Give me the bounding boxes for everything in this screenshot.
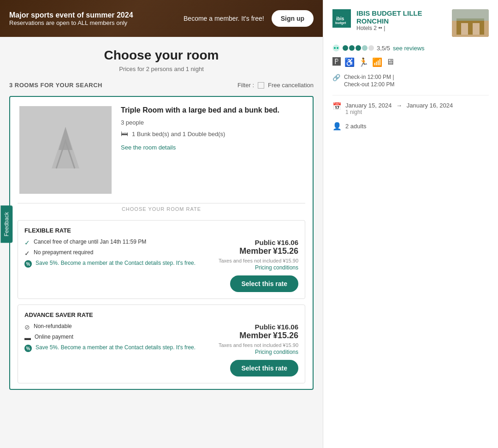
advance-saver-member-amount: ¥15.26: [273, 331, 298, 340]
beds-text: 1 Bunk bed(s) and 1 Double bed(s): [132, 131, 225, 137]
svg-rect-6: [473, 23, 480, 35]
flexible-select-rate-button[interactable]: Select this rate: [230, 275, 298, 292]
wifi-icon: 📶: [372, 57, 382, 67]
banner-title: Major sports event of summer 2024: [9, 11, 133, 19]
hotel-checkin-info: 🔗 Check-in 12:00 PM | Check-out 12:00 PM: [332, 74, 489, 89]
date-arrow: →: [396, 102, 402, 109]
filter-label: Filter :: [237, 82, 254, 89]
rate-feature: ⊘ Non-refundable: [24, 323, 199, 331]
screen-icon: 🖥: [386, 57, 394, 67]
nights-text: 1 night: [345, 109, 453, 115]
feedback-tab[interactable]: Feedback: [0, 205, 12, 243]
dates-text: January 15, 2024 → January 16, 2024 1 ni…: [345, 102, 453, 115]
flexible-member-amount: ¥15.26: [273, 246, 298, 256]
advance-saver-member-label: Member: [239, 331, 271, 340]
rating-dot-4: [362, 45, 368, 51]
hotel-rating: 3,5/5 see reviews: [332, 44, 489, 52]
rate-divider: CHOOSE YOUR ROOM RATE: [18, 203, 305, 215]
flexible-rate-content: ✓ Cancel free of charge until Jan 14th 1…: [24, 239, 298, 292]
room-image: [19, 106, 112, 194]
checkin-time: Check-in 12:00 PM |: [344, 74, 394, 80]
rating-dot-3: [356, 45, 361, 51]
advance-saver-rate-box: ADVANCE SAVER RATE ⊘ Non-refundable ▬ On…: [18, 305, 305, 383]
flexible-public-price: Public ¥16.06: [206, 239, 298, 246]
advance-saver-public-amount: ¥16.06: [277, 323, 298, 331]
advance-saver-public-price: Public ¥16.06: [206, 323, 298, 331]
rating-dot-2: [349, 45, 355, 51]
checkin-icon: 🔗: [332, 74, 340, 89]
check-icon: ✓: [24, 250, 30, 257]
rate-feature: % Save 5%. Become a member at the Contac…: [24, 260, 199, 268]
flexible-rate-pricing: Public ¥16.06 Member ¥15.26 Taxes and fe…: [206, 239, 298, 292]
guest-icon: 👤: [332, 122, 342, 131]
flexible-feature-1: Cancel free of charge until Jan 14th 11:…: [34, 239, 146, 245]
hotel-category: Hotels 2 •• |: [356, 25, 446, 31]
advance-saver-pricing-conditions[interactable]: Pricing conditions: [206, 349, 298, 355]
banner-subtitle: Reservations are open to ALL members onl…: [9, 19, 133, 26]
rate-divider-label: CHOOSE YOUR ROOM RATE: [18, 203, 305, 215]
tripadvisor-icon: [332, 44, 340, 52]
flexible-taxes: Taxes and fees not included ¥15.90: [206, 258, 298, 263]
room-capacity: 3 people: [121, 119, 303, 126]
see-reviews-link[interactable]: see reviews: [393, 45, 425, 52]
divider: [332, 95, 489, 96]
parking-icon: 🅿: [332, 57, 341, 67]
hotel-logo: ibis budget: [332, 9, 351, 28]
free-cancellation-checkbox[interactable]: [258, 82, 264, 89]
page-title: Choose your room: [9, 48, 314, 63]
svg-text:ibis: ibis: [336, 16, 344, 21]
rate-feature: ▬ Online payment: [24, 334, 199, 341]
checkin-text: Check-in 12:00 PM | Check-out 12:00 PM: [344, 74, 394, 89]
hotel-name[interactable]: IBIS BUDGET LILLE RONCHIN: [356, 9, 422, 25]
rooms-filter-bar: 3 ROOMS FOR YOUR SEARCH Filter : Free ca…: [9, 82, 314, 89]
flexible-public-label: Public: [255, 239, 275, 246]
page-subtitle: Prices for 2 persons and 1 night: [9, 66, 314, 72]
rate-feature: % Save 5%. Become a member at the Contac…: [24, 344, 199, 352]
flexible-pricing-conditions[interactable]: Pricing conditions: [206, 264, 298, 271]
hotel-thumb-inner: [452, 9, 489, 37]
rooms-count: 3 ROOMS FOR YOUR SEARCH: [9, 82, 102, 89]
content-area: Choose your room Prices for 2 persons an…: [0, 37, 323, 448]
advance-saver-taxes: Taxes and fees not included ¥15.90: [206, 342, 298, 348]
promotional-banner: Major sports event of summer 2024 Reserv…: [0, 0, 323, 37]
advance-saver-feature-2: Online payment: [35, 334, 73, 340]
svg-point-9: [334, 47, 336, 49]
rating-dot-1: [343, 45, 348, 51]
booking-guests: 👤 2 adults: [332, 122, 489, 131]
advance-saver-rate-content: ⊘ Non-refundable ▬ Online payment % Save…: [24, 323, 298, 376]
banner-cta: Become a member. It's free! Sign up: [184, 10, 314, 27]
svg-rect-4: [456, 18, 484, 35]
room-details-link[interactable]: See the room details: [121, 144, 176, 151]
hotel-amenities: 🅿 ♿ 🏃 📶 🖥: [332, 57, 489, 67]
no-refund-icon: ⊘: [24, 323, 30, 331]
banner-cta-text: Become a member. It's free!: [184, 15, 264, 22]
signup-button[interactable]: Sign up: [272, 10, 314, 27]
payment-icon: ▬: [24, 334, 31, 341]
flexible-rate-title: FLEXIBLE RATE: [24, 227, 298, 234]
room-name: Triple Room with a large bed and a bunk …: [121, 106, 303, 114]
flexible-member-price: Member ¥15.26: [206, 246, 298, 256]
hotel-info: IBIS BUDGET LILLE RONCHIN Hotels 2 •• |: [356, 9, 446, 37]
advance-saver-select-rate-button[interactable]: Select this rate: [230, 360, 298, 376]
advance-saver-rate-title: ADVANCE SAVER RATE: [24, 311, 298, 318]
hotel-thumbnail: [452, 9, 489, 37]
svg-rect-7: [452, 9, 489, 21]
filter-option: Free cancellation: [268, 82, 314, 89]
hotel-stars-label: ••: [378, 25, 382, 31]
date-to: January 16, 2024: [407, 102, 453, 109]
advance-saver-rate-pricing: Public ¥16.06 Member ¥15.26 Taxes and fe…: [206, 323, 298, 376]
calendar-icon: 📅: [332, 102, 342, 111]
hotel-header: ibis budget IBIS BUDGET LILLE RONCHIN Ho…: [332, 9, 489, 37]
svg-rect-5: [461, 23, 468, 35]
advance-saver-member-price: Member ¥15.26: [206, 331, 298, 340]
svg-point-10: [337, 47, 338, 49]
advance-saver-rate-features: ⊘ Non-refundable ▬ Online payment % Save…: [24, 323, 199, 376]
room-card-top: Triple Room with a large bed and a bunk …: [10, 97, 313, 203]
advance-saver-feature-3: Save 5%. Become a member at the Contact …: [36, 344, 196, 351]
checkout-time: Check-out 12:00 PM: [344, 81, 394, 88]
sidebar-panel: ibis budget IBIS BUDGET LILLE RONCHIN Ho…: [323, 0, 498, 448]
rating-dots: [343, 45, 374, 51]
flexible-rate-features: ✓ Cancel free of charge until Jan 14th 1…: [24, 239, 199, 292]
advance-saver-feature-1: Non-refundable: [34, 323, 72, 329]
hotel-category-label: Hotels 2: [356, 25, 377, 31]
